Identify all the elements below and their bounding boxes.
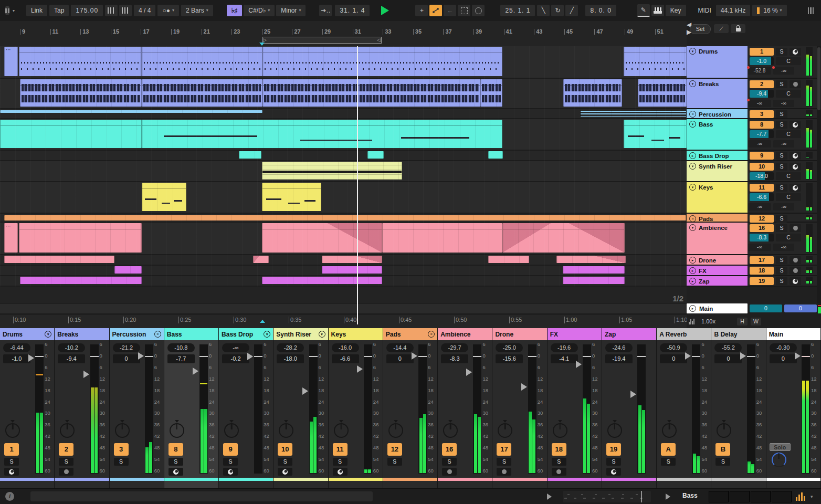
- volume-value[interactable]: -18.0: [750, 172, 774, 180]
- track-name-area[interactable]: ▸Zap: [687, 276, 748, 286]
- pan-knob[interactable]: [60, 423, 75, 438]
- solo-button[interactable]: S: [333, 458, 348, 466]
- draw-mode-pencil-button[interactable]: ✎: [637, 4, 650, 17]
- set-button[interactable]: Set: [690, 24, 711, 34]
- loop-icon[interactable]: ↻: [551, 5, 564, 16]
- track-header-fx[interactable]: ▸FX18S: [687, 266, 821, 276]
- activator-button[interactable]: [59, 468, 73, 476]
- solo-button[interactable]: S: [552, 458, 566, 466]
- activator-button[interactable]: [4, 468, 19, 476]
- activator-button[interactable]: [790, 48, 801, 56]
- clip-drums[interactable]: [19, 47, 142, 76]
- volume-fader-handle[interactable]: [466, 369, 472, 376]
- clip-mini-preview[interactable]: [563, 491, 651, 502]
- fold-icon[interactable]: ▾: [689, 48, 696, 55]
- track-number-badge[interactable]: 18: [750, 267, 774, 275]
- key-map-button[interactable]: Key: [666, 5, 686, 16]
- send-value[interactable]: -∞: [773, 140, 794, 148]
- track-number-badge[interactable]: 8: [169, 443, 183, 456]
- bar-ruler[interactable]: 9111315171921232527293133353739414345474…: [0, 21, 687, 47]
- send-value[interactable]: -∞: [748, 244, 771, 251]
- volume-fader-handle[interactable]: [83, 371, 89, 378]
- loop-brace[interactable]: ▷◁: [262, 37, 382, 44]
- send-value[interactable]: -52.8: [748, 67, 771, 75]
- clip-keys[interactable]: [262, 183, 321, 211]
- clip-ambience[interactable]: [382, 223, 502, 253]
- track-name-area[interactable]: ▸Bass Drop: [687, 151, 748, 160]
- activator-button[interactable]: [223, 468, 238, 476]
- volume-value[interactable]: -8.3: [441, 354, 468, 363]
- solo-button[interactable]: S: [776, 110, 787, 118]
- mixer-track-title[interactable]: Main: [766, 328, 820, 340]
- track-name-area[interactable]: ▾Bass: [687, 119, 748, 150]
- track-header-keys[interactable]: ▾Keys11S-6.6C-∞-∞: [687, 182, 821, 214]
- pan-value[interactable]: C: [776, 193, 801, 201]
- track-name-area[interactable]: ≡Percussion: [687, 109, 748, 118]
- clip-drums[interactable]: [142, 47, 262, 76]
- punch-out-icon[interactable]: ╱: [565, 5, 578, 16]
- peak-level-value[interactable]: -14.4: [386, 343, 414, 352]
- track-number-badge[interactable]: 16: [750, 224, 774, 232]
- solo-button[interactable]: S: [776, 267, 787, 275]
- fold-icon[interactable]: ▾: [45, 331, 51, 338]
- volume-fader-handle[interactable]: [795, 352, 801, 360]
- send-value[interactable]: -∞: [748, 203, 771, 211]
- mixer-track-title[interactable]: Bass Drop▾: [219, 328, 273, 340]
- activator-button[interactable]: [790, 224, 801, 232]
- clip-drone[interactable]: [556, 256, 626, 263]
- solo-button[interactable]: S: [661, 458, 676, 466]
- zoom-height-button[interactable]: H: [737, 318, 748, 326]
- track-number-badge[interactable]: 2: [750, 80, 774, 88]
- track-number-badge[interactable]: 10: [750, 163, 774, 171]
- group-icon[interactable]: ≡: [428, 331, 435, 338]
- clip-drone[interactable]: [253, 256, 269, 263]
- clip-drone[interactable]: [4, 256, 114, 263]
- volume-value[interactable]: -7.7: [167, 354, 195, 363]
- pan-value[interactable]: C: [776, 172, 801, 180]
- activator-button[interactable]: [169, 468, 183, 476]
- time-ruler[interactable]: 0:100:150:200:250:300:350:400:450:500:55…: [0, 314, 687, 326]
- volume-fader-handle[interactable]: [28, 354, 34, 362]
- metronome-volume-icon[interactable]: [119, 5, 132, 16]
- fold-icon[interactable]: ▸: [689, 278, 696, 285]
- pan-knob[interactable]: [662, 423, 677, 438]
- clip-fx[interactable]: [322, 266, 382, 274]
- volume-fader-handle[interactable]: [302, 387, 308, 395]
- computer-midi-keyboard-button[interactable]: [651, 5, 664, 16]
- device-preview-play-button[interactable]: [666, 494, 670, 500]
- volume-value[interactable]: 0: [113, 354, 140, 363]
- solo-button[interactable]: S: [278, 458, 292, 466]
- track-number-badge[interactable]: 11: [333, 443, 348, 456]
- activator-button[interactable]: [790, 277, 801, 285]
- clip-percussion[interactable]: [0, 110, 262, 113]
- clip-bass-drop[interactable]: [488, 151, 503, 159]
- fold-icon[interactable]: ▾: [689, 163, 696, 170]
- pan-knob[interactable]: [607, 423, 622, 438]
- track-header-bass[interactable]: ▾Bass8S-7.7C-∞-∞: [687, 119, 821, 151]
- clip-bass[interactable]: [624, 120, 687, 148]
- clip-pads[interactable]: [4, 215, 686, 220]
- pan-knob[interactable]: [717, 423, 731, 438]
- main-track-name-area[interactable]: ▸ Main: [687, 303, 748, 313]
- activator-button[interactable]: [278, 468, 292, 476]
- fold-icon[interactable]: ▾: [689, 224, 696, 231]
- volume-value[interactable]: -9.4: [750, 90, 774, 98]
- track-number-badge[interactable]: 19: [606, 443, 621, 456]
- loop-switch-circle-button[interactable]: [472, 5, 485, 16]
- volume-value[interactable]: 0: [770, 354, 797, 363]
- volume-fader-handle[interactable]: [247, 353, 253, 360]
- mixer-track-title[interactable]: Keys: [329, 328, 383, 340]
- volume-value[interactable]: -15.6: [496, 354, 523, 363]
- mixer-view-icon[interactable]: [796, 492, 805, 501]
- track-name-area[interactable]: ▸FX: [687, 266, 748, 275]
- activator-button[interactable]: [790, 184, 801, 192]
- solo-button[interactable]: S: [776, 224, 787, 232]
- activator-button[interactable]: [790, 267, 801, 275]
- pan-knob[interactable]: [170, 423, 184, 438]
- peak-level-value[interactable]: -21.2: [113, 343, 140, 352]
- volume-value[interactable]: 0: [714, 354, 742, 363]
- track-number-badge[interactable]: 16: [442, 443, 457, 456]
- send-value[interactable]: -∞: [773, 244, 794, 251]
- device-chain-thumbnail[interactable]: [751, 491, 771, 502]
- zoom-width-button[interactable]: W: [751, 318, 761, 326]
